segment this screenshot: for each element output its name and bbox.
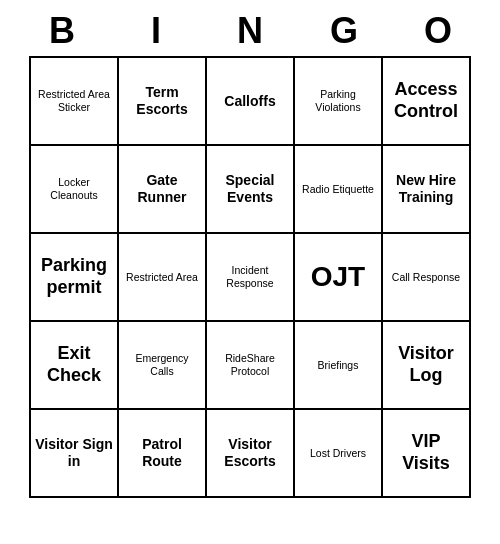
bingo-grid: Restricted Area StickerTerm EscortsCallo… [29, 56, 471, 498]
cell-1-3: Radio Etiquette [295, 146, 383, 234]
cell-4-1: Patrol Route [119, 410, 207, 498]
cell-0-1: Term Escorts [119, 58, 207, 146]
cell-0-4: Access Control [383, 58, 471, 146]
letter-n: N [206, 10, 294, 52]
letter-b: B [18, 10, 106, 52]
cell-2-0: Parking permit [31, 234, 119, 322]
cell-1-4: New Hire Training [383, 146, 471, 234]
cell-2-1: Restricted Area [119, 234, 207, 322]
letter-i: I [112, 10, 200, 52]
cell-1-0: Locker Cleanouts [31, 146, 119, 234]
cell-0-0: Restricted Area Sticker [31, 58, 119, 146]
cell-2-4: Call Response [383, 234, 471, 322]
cell-0-3: Parking Violations [295, 58, 383, 146]
cell-2-2: Incident Response [207, 234, 295, 322]
cell-3-2: RideShare Protocol [207, 322, 295, 410]
bingo-title: B I N G O [15, 10, 485, 52]
cell-0-2: Calloffs [207, 58, 295, 146]
cell-3-3: Briefings [295, 322, 383, 410]
cell-2-3: OJT [295, 234, 383, 322]
cell-4-2: Visitor Escorts [207, 410, 295, 498]
cell-1-2: Special Events [207, 146, 295, 234]
letter-o: O [394, 10, 482, 52]
cell-3-4: Visitor Log [383, 322, 471, 410]
cell-3-1: Emergency Calls [119, 322, 207, 410]
cell-1-1: Gate Runner [119, 146, 207, 234]
cell-3-0: Exit Check [31, 322, 119, 410]
letter-g: G [300, 10, 388, 52]
cell-4-0: Visitor Sign in [31, 410, 119, 498]
cell-4-3: Lost Drivers [295, 410, 383, 498]
cell-4-4: VIP Visits [383, 410, 471, 498]
